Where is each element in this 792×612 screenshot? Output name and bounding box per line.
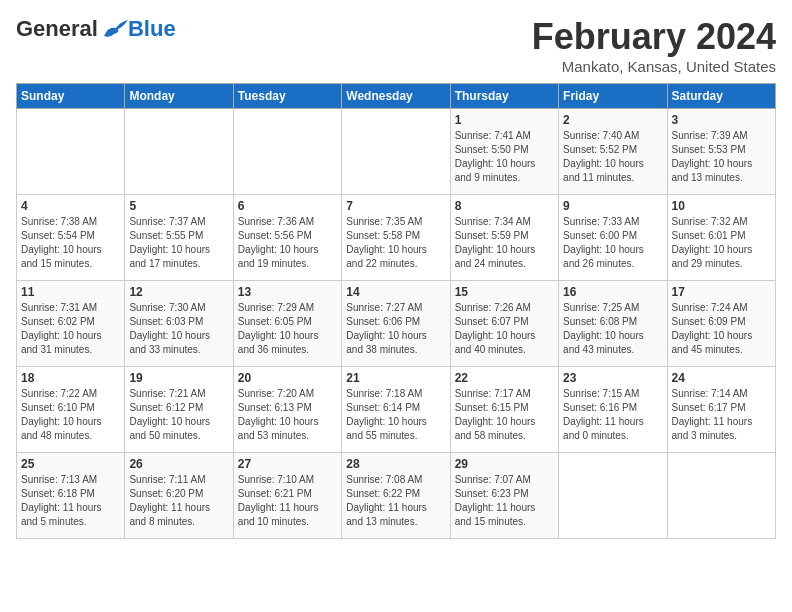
day-details: Sunrise: 7:17 AM Sunset: 6:15 PM Dayligh… xyxy=(455,387,554,443)
calendar-cell: 10Sunrise: 7:32 AM Sunset: 6:01 PM Dayli… xyxy=(667,195,775,281)
calendar-cell: 3Sunrise: 7:39 AM Sunset: 5:53 PM Daylig… xyxy=(667,109,775,195)
page-header: General Blue February 2024 Mankato, Kans… xyxy=(16,16,776,75)
calendar-cell xyxy=(342,109,450,195)
day-number: 22 xyxy=(455,371,554,385)
day-number: 11 xyxy=(21,285,120,299)
day-number: 24 xyxy=(672,371,771,385)
day-number: 8 xyxy=(455,199,554,213)
day-number: 17 xyxy=(672,285,771,299)
calendar-cell: 21Sunrise: 7:18 AM Sunset: 6:14 PM Dayli… xyxy=(342,367,450,453)
day-number: 18 xyxy=(21,371,120,385)
day-details: Sunrise: 7:08 AM Sunset: 6:22 PM Dayligh… xyxy=(346,473,445,529)
day-number: 3 xyxy=(672,113,771,127)
day-details: Sunrise: 7:07 AM Sunset: 6:23 PM Dayligh… xyxy=(455,473,554,529)
calendar-cell: 29Sunrise: 7:07 AM Sunset: 6:23 PM Dayli… xyxy=(450,453,558,539)
day-details: Sunrise: 7:13 AM Sunset: 6:18 PM Dayligh… xyxy=(21,473,120,529)
day-number: 19 xyxy=(129,371,228,385)
calendar-cell xyxy=(17,109,125,195)
col-header-thursday: Thursday xyxy=(450,84,558,109)
day-number: 2 xyxy=(563,113,662,127)
day-details: Sunrise: 7:27 AM Sunset: 6:06 PM Dayligh… xyxy=(346,301,445,357)
calendar-cell: 20Sunrise: 7:20 AM Sunset: 6:13 PM Dayli… xyxy=(233,367,341,453)
col-header-monday: Monday xyxy=(125,84,233,109)
calendar-subtitle: Mankato, Kansas, United States xyxy=(532,58,776,75)
logo: General Blue xyxy=(16,16,176,42)
calendar-cell: 28Sunrise: 7:08 AM Sunset: 6:22 PM Dayli… xyxy=(342,453,450,539)
calendar-cell: 19Sunrise: 7:21 AM Sunset: 6:12 PM Dayli… xyxy=(125,367,233,453)
day-details: Sunrise: 7:36 AM Sunset: 5:56 PM Dayligh… xyxy=(238,215,337,271)
day-number: 28 xyxy=(346,457,445,471)
calendar-cell xyxy=(667,453,775,539)
col-header-wednesday: Wednesday xyxy=(342,84,450,109)
calendar-week-row: 1Sunrise: 7:41 AM Sunset: 5:50 PM Daylig… xyxy=(17,109,776,195)
calendar-cell: 9Sunrise: 7:33 AM Sunset: 6:00 PM Daylig… xyxy=(559,195,667,281)
day-number: 5 xyxy=(129,199,228,213)
day-details: Sunrise: 7:35 AM Sunset: 5:58 PM Dayligh… xyxy=(346,215,445,271)
day-number: 13 xyxy=(238,285,337,299)
day-number: 1 xyxy=(455,113,554,127)
logo-general-text: General xyxy=(16,16,98,42)
day-number: 9 xyxy=(563,199,662,213)
calendar-cell: 2Sunrise: 7:40 AM Sunset: 5:52 PM Daylig… xyxy=(559,109,667,195)
day-details: Sunrise: 7:25 AM Sunset: 6:08 PM Dayligh… xyxy=(563,301,662,357)
title-block: February 2024 Mankato, Kansas, United St… xyxy=(532,16,776,75)
calendar-cell: 16Sunrise: 7:25 AM Sunset: 6:08 PM Dayli… xyxy=(559,281,667,367)
day-details: Sunrise: 7:18 AM Sunset: 6:14 PM Dayligh… xyxy=(346,387,445,443)
day-details: Sunrise: 7:29 AM Sunset: 6:05 PM Dayligh… xyxy=(238,301,337,357)
calendar-cell: 1Sunrise: 7:41 AM Sunset: 5:50 PM Daylig… xyxy=(450,109,558,195)
calendar-header-row: SundayMondayTuesdayWednesdayThursdayFrid… xyxy=(17,84,776,109)
calendar-cell: 12Sunrise: 7:30 AM Sunset: 6:03 PM Dayli… xyxy=(125,281,233,367)
calendar-cell: 22Sunrise: 7:17 AM Sunset: 6:15 PM Dayli… xyxy=(450,367,558,453)
calendar-cell: 13Sunrise: 7:29 AM Sunset: 6:05 PM Dayli… xyxy=(233,281,341,367)
day-number: 7 xyxy=(346,199,445,213)
day-details: Sunrise: 7:41 AM Sunset: 5:50 PM Dayligh… xyxy=(455,129,554,185)
day-details: Sunrise: 7:31 AM Sunset: 6:02 PM Dayligh… xyxy=(21,301,120,357)
day-details: Sunrise: 7:38 AM Sunset: 5:54 PM Dayligh… xyxy=(21,215,120,271)
day-number: 15 xyxy=(455,285,554,299)
day-details: Sunrise: 7:21 AM Sunset: 6:12 PM Dayligh… xyxy=(129,387,228,443)
day-details: Sunrise: 7:34 AM Sunset: 5:59 PM Dayligh… xyxy=(455,215,554,271)
calendar-cell: 7Sunrise: 7:35 AM Sunset: 5:58 PM Daylig… xyxy=(342,195,450,281)
col-header-saturday: Saturday xyxy=(667,84,775,109)
calendar-cell: 11Sunrise: 7:31 AM Sunset: 6:02 PM Dayli… xyxy=(17,281,125,367)
day-number: 26 xyxy=(129,457,228,471)
calendar-cell: 27Sunrise: 7:10 AM Sunset: 6:21 PM Dayli… xyxy=(233,453,341,539)
day-number: 21 xyxy=(346,371,445,385)
logo-bird-icon xyxy=(100,18,128,40)
calendar-cell: 26Sunrise: 7:11 AM Sunset: 6:20 PM Dayli… xyxy=(125,453,233,539)
calendar-cell: 17Sunrise: 7:24 AM Sunset: 6:09 PM Dayli… xyxy=(667,281,775,367)
day-details: Sunrise: 7:40 AM Sunset: 5:52 PM Dayligh… xyxy=(563,129,662,185)
calendar-cell xyxy=(125,109,233,195)
calendar-cell: 4Sunrise: 7:38 AM Sunset: 5:54 PM Daylig… xyxy=(17,195,125,281)
day-details: Sunrise: 7:39 AM Sunset: 5:53 PM Dayligh… xyxy=(672,129,771,185)
calendar-cell: 14Sunrise: 7:27 AM Sunset: 6:06 PM Dayli… xyxy=(342,281,450,367)
calendar-cell: 15Sunrise: 7:26 AM Sunset: 6:07 PM Dayli… xyxy=(450,281,558,367)
day-details: Sunrise: 7:26 AM Sunset: 6:07 PM Dayligh… xyxy=(455,301,554,357)
day-details: Sunrise: 7:20 AM Sunset: 6:13 PM Dayligh… xyxy=(238,387,337,443)
calendar-cell: 25Sunrise: 7:13 AM Sunset: 6:18 PM Dayli… xyxy=(17,453,125,539)
calendar-cell xyxy=(559,453,667,539)
calendar-table: SundayMondayTuesdayWednesdayThursdayFrid… xyxy=(16,83,776,539)
calendar-body: 1Sunrise: 7:41 AM Sunset: 5:50 PM Daylig… xyxy=(17,109,776,539)
day-details: Sunrise: 7:15 AM Sunset: 6:16 PM Dayligh… xyxy=(563,387,662,443)
calendar-cell xyxy=(233,109,341,195)
day-details: Sunrise: 7:11 AM Sunset: 6:20 PM Dayligh… xyxy=(129,473,228,529)
day-number: 4 xyxy=(21,199,120,213)
day-details: Sunrise: 7:14 AM Sunset: 6:17 PM Dayligh… xyxy=(672,387,771,443)
day-number: 6 xyxy=(238,199,337,213)
calendar-cell: 8Sunrise: 7:34 AM Sunset: 5:59 PM Daylig… xyxy=(450,195,558,281)
day-details: Sunrise: 7:10 AM Sunset: 6:21 PM Dayligh… xyxy=(238,473,337,529)
day-details: Sunrise: 7:22 AM Sunset: 6:10 PM Dayligh… xyxy=(21,387,120,443)
calendar-week-row: 4Sunrise: 7:38 AM Sunset: 5:54 PM Daylig… xyxy=(17,195,776,281)
col-header-tuesday: Tuesday xyxy=(233,84,341,109)
col-header-friday: Friday xyxy=(559,84,667,109)
day-number: 16 xyxy=(563,285,662,299)
day-number: 27 xyxy=(238,457,337,471)
calendar-week-row: 25Sunrise: 7:13 AM Sunset: 6:18 PM Dayli… xyxy=(17,453,776,539)
day-number: 29 xyxy=(455,457,554,471)
day-details: Sunrise: 7:37 AM Sunset: 5:55 PM Dayligh… xyxy=(129,215,228,271)
day-number: 23 xyxy=(563,371,662,385)
day-number: 10 xyxy=(672,199,771,213)
day-number: 14 xyxy=(346,285,445,299)
day-number: 25 xyxy=(21,457,120,471)
